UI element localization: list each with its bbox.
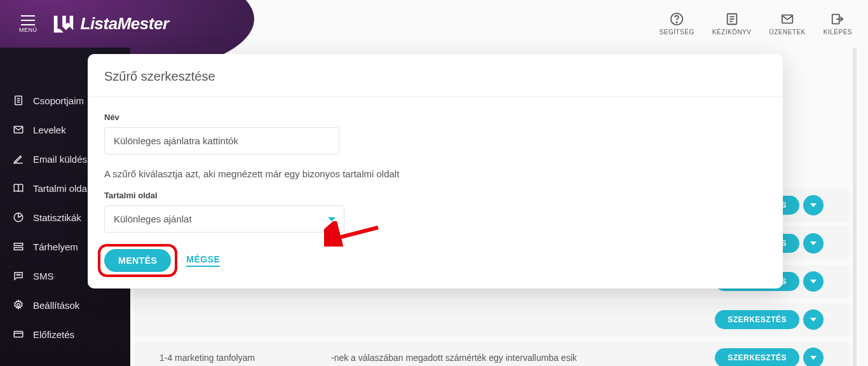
modal-header: Szűrő szerkesztése: [88, 54, 783, 97]
svg-rect-2: [21, 24, 35, 25]
name-input[interactable]: [104, 127, 339, 154]
help-button[interactable]: SEGÍTSÉG: [660, 12, 695, 36]
guide-button[interactable]: KÉZIKÖNYV: [712, 12, 752, 36]
brand-logo[interactable]: ListaMester: [51, 12, 169, 36]
guide-icon: [725, 12, 739, 26]
caret-down-icon: [810, 241, 817, 245]
svg-point-22: [17, 274, 17, 275]
caret-down-icon: [328, 217, 336, 221]
gear-icon: [13, 299, 24, 311]
svg-rect-0: [21, 15, 35, 17]
caret-down-icon: [810, 318, 817, 322]
cancel-button[interactable]: MÉGSE: [186, 254, 220, 267]
svg-point-23: [18, 274, 18, 275]
modal-title: Szűrő szerkesztése: [104, 69, 766, 84]
modal-footer: MENTÉS MÉGSE: [88, 235, 783, 288]
chat-icon: [13, 270, 24, 281]
edit-filter-modal: Szűrő szerkesztése Név A szűrő kiválaszt…: [88, 54, 783, 288]
row-menu-button[interactable]: [803, 348, 824, 366]
logout-icon: [831, 12, 844, 26]
sidebar-item-subscription[interactable]: Előfizetés: [0, 320, 130, 349]
logo-mark-icon: [51, 12, 76, 36]
clipboard-icon: [13, 95, 24, 106]
svg-rect-20: [14, 243, 23, 246]
mail-icon: [780, 12, 794, 26]
book-icon: [13, 182, 24, 194]
row-menu-button[interactable]: [803, 309, 824, 330]
messages-button[interactable]: ÜZENETEK: [769, 12, 805, 36]
storage-icon: [13, 241, 24, 252]
svg-point-4: [676, 22, 677, 22]
envelope-icon: [13, 124, 24, 135]
edit-button[interactable]: SZERKESZTÉS: [715, 348, 799, 366]
logout-button[interactable]: KILÉPÉS: [824, 12, 852, 36]
pencil-icon: [13, 153, 24, 165]
pie-icon: [13, 212, 24, 223]
menu-label: MENÜ: [19, 27, 37, 33]
svg-rect-21: [14, 248, 23, 250]
card-icon: [13, 329, 24, 340]
svg-point-24: [20, 274, 20, 275]
table-row: 1-4 marketing tanfolyam -nek a válaszába…: [134, 341, 849, 366]
sidebar-item-settings[interactable]: Beállítások: [0, 290, 130, 320]
row-menu-button[interactable]: [803, 195, 824, 215]
table-row: SZERKESZTÉS: [134, 303, 849, 336]
save-button[interactable]: MENTÉS: [104, 249, 171, 272]
row-menu-button[interactable]: [803, 271, 824, 292]
edit-button[interactable]: SZERKESZTÉS: [715, 310, 799, 329]
caret-down-icon: [810, 280, 817, 283]
svg-rect-26: [14, 332, 23, 337]
svg-rect-1: [21, 20, 35, 21]
help-icon: [670, 12, 684, 26]
name-label: Név: [104, 112, 766, 122]
filter-description: A szűrő kiválasztja azt, aki megnézett m…: [104, 168, 766, 179]
hamburger-icon: [21, 15, 35, 25]
menu-button[interactable]: MENÜ: [19, 15, 37, 33]
caret-down-icon: [810, 203, 817, 207]
brand-name: ListaMester: [81, 14, 169, 34]
app-header: MENÜ ListaMester SEGÍTSÉG KÉZIKÖNYV ÜZEN…: [0, 0, 868, 48]
row-menu-button[interactable]: [803, 233, 824, 254]
caret-down-icon: [810, 356, 817, 360]
content-page-select[interactable]: Különleges ajánlat: [104, 205, 344, 233]
svg-point-25: [17, 304, 20, 307]
content-page-label: Tartalmi oldal: [104, 191, 766, 200]
